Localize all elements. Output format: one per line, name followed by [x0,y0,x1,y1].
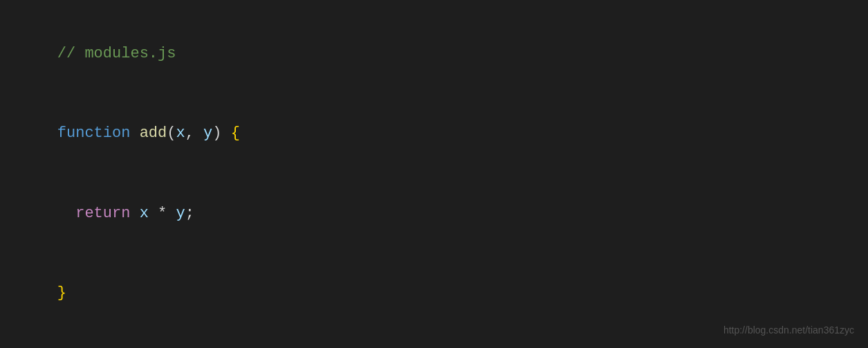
function-name-add: add [140,125,167,142]
param-y: y [203,125,212,142]
code-line-3: return x * y; [21,174,847,254]
indent [57,205,75,222]
operator-multiply: * [158,205,167,222]
watermark: http://blog.csdn.net/tian361zyc [723,322,854,338]
brace-open: { [231,125,240,142]
var-y: y [176,205,185,222]
brace-close: } [57,284,66,302]
param-x: x [176,125,185,142]
comma: , [185,125,203,142]
var-x: x [140,205,149,222]
paren-close: ) [212,125,221,142]
space [130,125,139,142]
space2 [221,125,230,142]
semicolon1: ; [185,205,194,222]
space5 [167,205,176,222]
code-line-1: // modules.js [21,14,847,94]
code-line-2: function add(x, y) { [21,94,847,174]
code-editor: // modules.js function add(x, y) { retur… [0,0,868,348]
space3 [130,205,139,222]
space4 [149,205,158,222]
keyword-function: function [57,125,131,142]
paren-open: ( [167,125,176,142]
keyword-return: return [75,205,130,222]
comment-1: // modules.js [57,45,176,62]
